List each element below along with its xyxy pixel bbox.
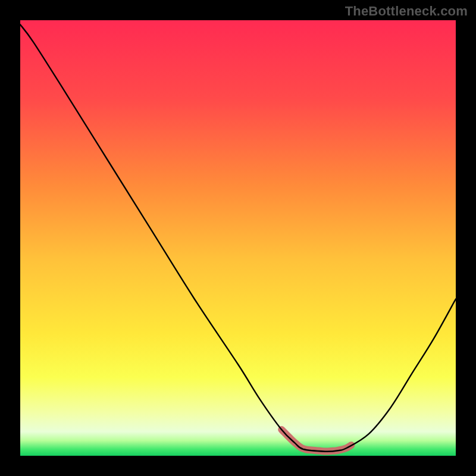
chart-container: TheBottleneck.com [0, 0, 476, 476]
watermark-text: TheBottleneck.com [345, 4, 468, 19]
bottleneck-curve-path [20, 24, 456, 451]
bottleneck-curve-layer [0, 0, 476, 476]
